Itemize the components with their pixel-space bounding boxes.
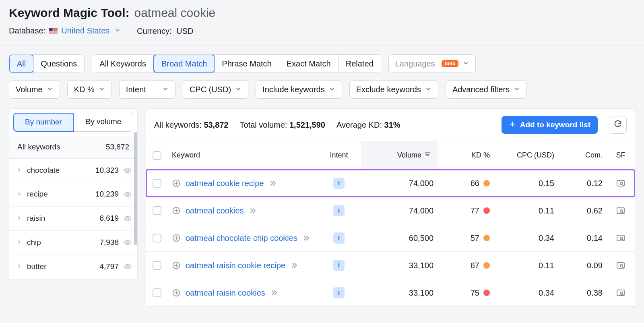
scope-all[interactable]: All	[9, 54, 34, 73]
match-exact[interactable]: Exact Match	[279, 55, 339, 72]
serp-icon[interactable]	[616, 206, 625, 215]
filter-kd[interactable]: KD %	[67, 80, 112, 99]
serp-icon[interactable]	[616, 233, 625, 243]
chevron-down-icon	[162, 85, 169, 94]
col-com[interactable]: Com.	[558, 151, 607, 160]
kd-dot-icon	[483, 290, 490, 296]
cpc-cell: 0.34	[494, 233, 558, 243]
match-all[interactable]: All Keywords	[92, 55, 154, 72]
filter-advanced[interactable]: Advanced filters	[446, 80, 527, 99]
kd-dot-icon	[483, 207, 490, 214]
scrollbar-indicator[interactable]	[134, 132, 137, 245]
match-broad[interactable]: Broad Match	[153, 54, 215, 73]
col-volume[interactable]: Volume	[361, 141, 438, 169]
serp-icon[interactable]	[616, 178, 625, 188]
expand-icon[interactable]	[172, 179, 181, 188]
double-chevron-icon[interactable]	[302, 234, 310, 242]
row-checkbox[interactable]	[153, 179, 161, 188]
us-flag-icon	[49, 27, 58, 36]
double-chevron-icon[interactable]	[270, 289, 278, 297]
cpc-cell: 0.15	[494, 178, 558, 188]
serp-icon[interactable]	[616, 261, 625, 270]
eye-icon[interactable]	[124, 166, 132, 174]
com-cell: 0.38	[558, 288, 607, 298]
keyword-link[interactable]: oatmeal cookie recipe	[186, 178, 264, 188]
filter-cpc[interactable]: CPC (USD)	[183, 80, 248, 99]
eye-icon[interactable]	[124, 238, 132, 246]
match-phrase[interactable]: Phrase Match	[215, 55, 279, 72]
group-term: raisin	[27, 214, 81, 223]
filter-volume[interactable]: Volume	[9, 80, 60, 99]
col-keyword[interactable]: Keyword	[168, 151, 317, 160]
cpc-cell: 0.11	[494, 206, 558, 215]
keyword-link[interactable]: oatmeal chocolate chip cookies	[186, 233, 297, 243]
tab-by-volume[interactable]: By volume	[74, 113, 133, 132]
refresh-icon	[613, 119, 622, 130]
group-row[interactable]: chocolate10,323	[9, 159, 137, 183]
expand-icon[interactable]	[172, 288, 181, 297]
filter-include[interactable]: Include keywords	[256, 80, 342, 99]
languages-dropdown[interactable]: Languages beta	[388, 54, 476, 73]
kd-cell: 77	[438, 206, 494, 215]
intent-badge: I	[333, 178, 345, 189]
groups-panel: By number By volume All keywords 53,872 …	[9, 108, 138, 280]
row-checkbox[interactable]	[153, 206, 161, 215]
add-to-list-label: Add to keyword list	[520, 120, 590, 129]
col-intent[interactable]: Intent	[317, 151, 361, 160]
cpc-cell: 0.34	[494, 288, 558, 298]
row-checkbox[interactable]	[153, 288, 161, 297]
filter-intent[interactable]: Intent	[119, 80, 175, 99]
summary-all-label: All keywords:	[154, 120, 202, 129]
refresh-button[interactable]	[609, 116, 627, 134]
expand-icon[interactable]	[172, 234, 181, 242]
kd-cell: 66	[438, 178, 494, 188]
double-chevron-icon[interactable]	[249, 207, 257, 215]
group-count: 10,239	[86, 190, 119, 199]
chevron-down-icon	[329, 85, 335, 94]
expand-icon[interactable]	[172, 206, 181, 215]
serp-icon[interactable]	[616, 288, 625, 298]
database-label: Database:	[9, 26, 45, 35]
chevron-down-icon	[514, 85, 520, 94]
expand-icon[interactable]	[172, 261, 181, 270]
select-all-checkbox[interactable]	[153, 151, 161, 160]
table-header: Keyword Intent Volume KD % CPC (USD) Com…	[146, 141, 635, 170]
kd-dot-icon	[483, 262, 490, 269]
keyword-link[interactable]: oatmeal raisin cookies	[186, 288, 265, 298]
currency-display: Currency: USD	[137, 26, 194, 36]
groups-all-keywords[interactable]: All keywords 53,872	[9, 136, 137, 159]
kd-dot-icon	[483, 180, 490, 186]
group-row[interactable]: butter4,797	[9, 255, 137, 279]
match-related[interactable]: Related	[339, 55, 381, 72]
row-checkbox[interactable]	[153, 234, 161, 242]
eye-icon[interactable]	[124, 215, 132, 223]
col-sf[interactable]: SF	[607, 151, 635, 160]
volume-cell: 60,500	[361, 233, 438, 243]
chevron-down-icon	[99, 85, 105, 94]
languages-label: Languages	[395, 59, 435, 68]
col-kd[interactable]: KD %	[438, 151, 494, 160]
keyword-link[interactable]: oatmeal raisin cookie recipe	[186, 261, 285, 270]
group-row[interactable]: raisin8,619	[9, 207, 137, 231]
row-checkbox[interactable]	[153, 261, 161, 270]
intent-badge: I	[333, 232, 345, 244]
group-count: 7,938	[86, 238, 119, 247]
kd-cell: 67	[438, 261, 494, 270]
kd-dot-icon	[483, 235, 490, 241]
group-row[interactable]: recipe10,239	[9, 182, 137, 207]
scope-segment: All Questions	[9, 54, 85, 73]
double-chevron-icon[interactable]	[269, 179, 277, 187]
eye-icon[interactable]	[124, 190, 132, 199]
kd-cell: 75	[438, 288, 494, 298]
filter-exclude[interactable]: Exclude keywords	[349, 80, 438, 99]
group-row[interactable]: chip7,938	[9, 231, 137, 255]
tab-by-number[interactable]: By number	[13, 113, 74, 132]
eye-icon[interactable]	[124, 263, 132, 271]
com-cell: 0.09	[558, 261, 607, 270]
keyword-link[interactable]: oatmeal cookies	[186, 206, 244, 215]
add-to-list-button[interactable]: Add to keyword list	[502, 116, 598, 134]
col-cpc[interactable]: CPC (USD)	[494, 151, 558, 160]
database-selector[interactable]: Database: United States	[9, 26, 121, 36]
double-chevron-icon[interactable]	[290, 261, 298, 269]
scope-questions[interactable]: Questions	[33, 55, 84, 72]
